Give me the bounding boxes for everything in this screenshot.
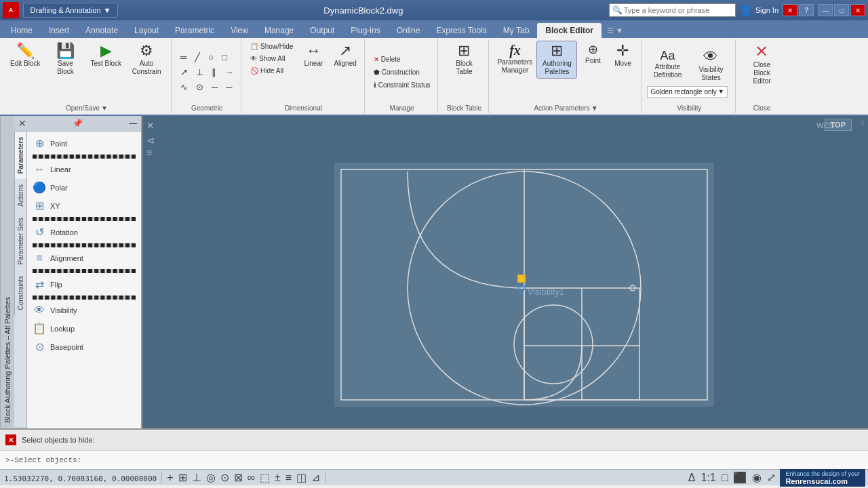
edit-block-btn[interactable]: ✏️ Edit Block [7,41,43,70]
action-params-arrow[interactable]: ▼ [591,104,598,112]
tab-online[interactable]: Online [389,23,429,38]
tab-mytab[interactable]: My Tab [495,23,537,38]
tab-home[interactable]: Home [3,23,41,38]
geo-btn-10[interactable]: ⊙ [193,80,207,94]
pan-btn[interactable]: ⊲ [146,135,155,146]
info-btn[interactable]: ? [799,4,814,16]
grid-btn[interactable]: ⊞ [177,471,189,484]
tab-manage[interactable]: Manage [256,23,302,38]
otrack-btn[interactable]: ∞ [246,472,256,484]
alignment-item[interactable]: ≡ Alignment [27,249,141,267]
hide-all-btn[interactable]: 🚫 Hide All [247,65,296,77]
close-btn[interactable]: ✕ [850,4,865,16]
search-input[interactable] [624,6,732,14]
visibility-item[interactable]: 👁 Visibility [27,302,141,319]
qs-btn[interactable]: ⊿ [310,471,321,484]
point-item[interactable]: ⊕ Point [27,134,141,152]
tab-parametric[interactable]: Parametric [167,23,222,38]
3d-osnap-btn[interactable]: ⊠ [233,471,244,484]
aligned-btn[interactable]: ↗ Aligned [330,41,359,70]
workspace-dropdown[interactable]: Drafting & Annotation ▼ [23,3,118,18]
group-arrow-icon[interactable]: ▼ [101,104,108,112]
attribute-definition-btn[interactable]: Aa Attribute Definition [647,47,688,85]
menu-btn[interactable]: ≡ [146,147,155,158]
lookup-item[interactable]: 📋 Lookup [27,319,141,338]
tab-plugins[interactable]: Plug-ins [342,23,388,38]
navwheel-btn[interactable]: ⊹ [859,119,865,127]
tab-insert[interactable]: Insert [41,23,77,38]
linear-item[interactable]: ↔ Linear [27,161,141,178]
tab-actions[interactable]: Actions [14,179,26,212]
close-app-btn[interactable]: ✕ [783,4,797,16]
polar-item[interactable]: 🔵 Polar [27,178,141,197]
geo-btn-3[interactable]: ○ [205,50,217,64]
save-block-btn[interactable]: 💾 Save Block [45,41,85,79]
visibility-dropdown[interactable]: Golden rectangle only ▼ [647,86,727,98]
construction-btn[interactable]: ⬟ Construction [370,66,423,78]
close-canvas-btn[interactable]: ✕ [146,120,155,131]
basepoint-item[interactable]: ⊙ Basepoint [27,338,141,356]
geo-btn-8[interactable]: → [221,65,237,79]
polar-btn[interactable]: ◎ [205,471,217,484]
tab-blockeditor[interactable]: Block Editor [537,23,601,38]
block-table-btn[interactable]: ⊞ Block Table [443,41,484,79]
point-btn[interactable]: ⊕ Point [578,41,607,68]
restore-btn[interactable]: □ [834,4,849,16]
geo-btn-7[interactable]: ∥ [208,65,220,79]
geo-btn-5[interactable]: ↗ [177,65,191,79]
tab-parameters[interactable]: Parameters [14,131,26,179]
search-bar[interactable]: 🔍 [609,3,736,17]
coords-area[interactable]: 1.53032270, 0.70083160, 0.00000000 [3,472,158,484]
snap-btn[interactable]: + [165,472,174,484]
flip-item[interactable]: ⇄ Flip [27,275,141,293]
osnap-btn[interactable]: ⊙ [219,471,231,484]
annotation-scale[interactable]: Δ [687,472,697,484]
canvas-area[interactable]: TOP WCS Visibility1 [142,116,868,428]
geo-btn-2[interactable]: ╱ [191,50,203,64]
signin-label[interactable]: Sign In [755,6,778,14]
geo-btn-4[interactable]: □ [218,50,231,64]
dyn-btn[interactable]: ± [273,472,282,484]
tab-options-btn[interactable]: ☰ ▼ [604,24,626,38]
authoring-palettes-btn[interactable]: ⊞ Authoring Palettes [536,41,577,79]
tab-annotate[interactable]: Annotate [77,23,126,38]
command-input[interactable] [84,455,863,464]
tab-express[interactable]: Express Tools [428,23,494,38]
model-btn[interactable]: □ [720,472,730,484]
ucs-btn[interactable]: ⬚ [258,471,271,484]
fullscreen-btn[interactable]: ⤢ [766,471,777,484]
statusbar-close-btn[interactable]: ✕ [5,434,16,445]
constraint-status-btn[interactable]: ℹ Constraint Status [370,79,434,91]
xy-item[interactable]: ⊞ XY [27,197,141,215]
auto-constrain-btn[interactable]: ⚙ Auto Constrain [126,41,167,79]
delete-btn[interactable]: ✕ Delete [370,54,404,65]
geo-btn-12[interactable]: ─ [222,80,235,94]
panel-minimize-btn[interactable]: — [129,119,137,128]
show-all-btn[interactable]: 👁 Show All [247,53,296,64]
panel-pin-btn[interactable]: 📌 [73,119,83,128]
tab-layout[interactable]: Layout [126,23,167,38]
geo-btn-9[interactable]: ∿ [177,80,191,94]
rotation-item[interactable]: ↺ Rotation [27,223,141,241]
close-block-editor-btn[interactable]: ✕ Close Block Editor [741,41,782,88]
tab-parameter-sets[interactable]: Parameter Sets [14,212,26,270]
transparency-btn[interactable]: ◫ [295,471,308,484]
ortho-btn[interactable]: ⊥ [191,471,203,484]
isolate-btn[interactable]: ◉ [751,471,763,484]
tab-output[interactable]: Output [302,23,342,38]
show-hide-btn[interactable]: 📋 Show/Hide [247,41,296,52]
panel-side-label[interactable]: Block Authoring Palettes – All Palettes [0,116,14,428]
lineweight-btn[interactable]: ≡ [284,472,293,484]
parameters-manager-btn[interactable]: fx Parameters Manager [494,41,535,77]
zoom-scale[interactable]: 1:1 [700,472,717,484]
minimize-btn[interactable]: — [818,4,833,16]
wcs-label[interactable]: WCS [816,121,834,129]
move-btn[interactable]: ✛ Move [608,41,637,70]
geo-btn-1[interactable]: ═ [177,50,190,64]
tab-view[interactable]: View [222,23,256,38]
geo-btn-6[interactable]: ⊥ [193,65,207,79]
geo-btn-11[interactable]: ─ [208,80,221,94]
visibility-states-btn[interactable]: 👁 Visibility States [690,47,731,85]
linear-btn[interactable]: ↔ Linear [299,41,328,70]
test-block-btn[interactable]: ▶ Test Block [87,41,125,70]
